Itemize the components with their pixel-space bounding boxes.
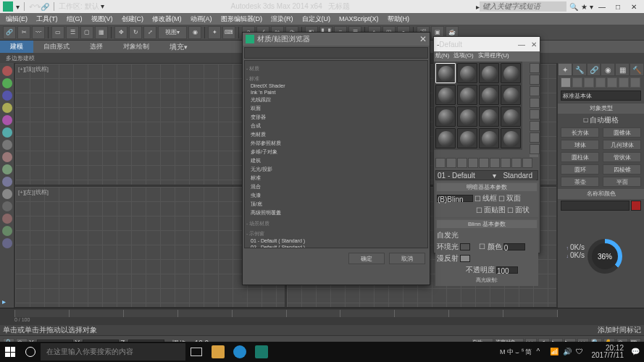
mated-type-button[interactable]: Standard	[499, 171, 536, 180]
mated-blinn-header[interactable]: Blinn 基本参数	[437, 220, 537, 228]
left-tool-12[interactable]	[2, 201, 12, 211]
left-tool-11[interactable]	[2, 189, 12, 199]
left-tool-9[interactable]	[2, 164, 12, 174]
matbrowser-cancel-button[interactable]: 取消	[389, 253, 425, 264]
window-close-button[interactable]: ✕	[627, 1, 641, 12]
mated-diffuse-swatch[interactable]	[460, 255, 470, 262]
mated-min-icon[interactable]: —	[518, 41, 525, 49]
qat-link-icon[interactable]: 🔗	[41, 3, 49, 11]
menu-grapheditors[interactable]: 图形编辑器(D)	[221, 14, 263, 24]
rollout-objtype-header[interactable]: 对象类型	[558, 104, 644, 114]
tray-clock[interactable]: 20:122017/7/11	[589, 345, 627, 359]
keymode-icon[interactable]: ⌨	[222, 26, 235, 39]
mated-vidcheck-icon[interactable]	[530, 109, 540, 119]
primitive-plane-button[interactable]: 平面	[603, 177, 641, 187]
material-slot[interactable]	[501, 85, 521, 105]
ribbon-tab-modeling[interactable]: 建模	[0, 41, 33, 53]
mated-copy-icon[interactable]	[479, 158, 489, 168]
ribbon-tab-populate[interactable]: 填充 ▾	[159, 41, 198, 53]
material-slot[interactable]	[457, 63, 477, 83]
primitive-box-button[interactable]: 长方体	[561, 127, 599, 138]
mated-ambient-swatch[interactable]	[460, 243, 470, 251]
primitive-cone-button[interactable]: 圆锥体	[603, 127, 641, 138]
primitive-teapot-button[interactable]: 茶壶	[561, 177, 599, 187]
menu-edit[interactable]: 编辑(E)	[6, 14, 28, 24]
cmdtab-hierarchy-icon[interactable]: 🔗	[587, 63, 601, 76]
left-tool-14[interactable]	[2, 226, 12, 236]
mated-makeuniq-icon[interactable]	[490, 158, 500, 168]
matbrowser-item[interactable]: 顶/底	[246, 200, 426, 209]
cmdtab-display-icon[interactable]: ▦	[615, 63, 630, 76]
left-tool-3[interactable]	[2, 90, 12, 101]
window-max-button[interactable]: □	[611, 1, 625, 12]
matbrowser-item[interactable]: DirectX Shader	[246, 83, 426, 89]
primitive-geosphere-button[interactable]: 几何球体	[603, 140, 641, 150]
ribbon-tab-objectpaint[interactable]: 对象绘制	[113, 41, 159, 53]
menu-customize[interactable]: 自定义(U)	[302, 14, 331, 24]
matbrowser-group[interactable]: - 场景材质	[246, 220, 426, 227]
mated-opacity-spinner[interactable]: 100	[496, 266, 518, 274]
left-tool-8[interactable]	[2, 152, 12, 162]
rollout-namecolor-header[interactable]: 名称和颜色	[558, 189, 644, 199]
matbrowser-item[interactable]: 建筑	[246, 156, 426, 165]
menu-group[interactable]: 组(G)	[67, 14, 83, 24]
primitive-tube-button[interactable]: 管状体	[603, 152, 641, 162]
ribbon-tab-freeform[interactable]: 自由形式	[33, 41, 80, 53]
material-slot[interactable]	[457, 128, 477, 148]
matbrowser-item[interactable]: 壳材质	[246, 130, 426, 139]
menu-dropdown-icon[interactable]: ▾	[16, 3, 20, 11]
select-scale-icon[interactable]: ⤢	[143, 26, 156, 39]
signin-icon[interactable]: ★ ▾	[581, 3, 593, 11]
mated-facemap-check[interactable]: 面贴图	[484, 205, 506, 215]
left-tool-5[interactable]	[2, 115, 12, 125]
matbrowser-item[interactable]: 变形器	[246, 113, 426, 122]
select-object-icon[interactable]: ▭	[51, 26, 64, 39]
mated-puttolibname-icon[interactable]	[501, 158, 511, 168]
mated-backlight-icon[interactable]	[530, 75, 540, 85]
cmdtab-utilities-icon[interactable]: 🔨	[630, 63, 644, 76]
taskbar-search-input[interactable]: 在这里输入你要搜索的内容	[41, 343, 185, 361]
mated-menu-util[interactable]: 实用程序(U)	[478, 51, 509, 62]
primitive-cylinder-button[interactable]: 圆柱体	[561, 152, 599, 162]
tray-network-icon[interactable]: 📶	[550, 348, 559, 356]
matbrowser-item[interactable]: 混合	[246, 182, 426, 191]
primitive-pyramid-button[interactable]: 四棱锥	[603, 164, 641, 174]
material-slot[interactable]	[479, 85, 499, 105]
object-color-swatch[interactable]	[631, 201, 641, 211]
left-tool-7[interactable]	[2, 140, 12, 150]
cortana-icon[interactable]	[20, 342, 41, 362]
menu-tools[interactable]: 工具(T)	[36, 14, 58, 24]
select-link-icon[interactable]: 🔗	[3, 26, 16, 39]
mated-preview-icon[interactable]	[530, 121, 540, 131]
tray-ime[interactable]: M 中 ⌣ ⁵ 简	[500, 348, 532, 356]
matbrowser-list[interactable]: - 材质 - 标准 DirectX Shader Ink 'n Paint 光线…	[244, 60, 428, 248]
bind-spacewarp-icon[interactable]: 〰	[32, 26, 45, 39]
matbrowser-item[interactable]: 外部参照材质	[246, 139, 426, 148]
left-tool-2[interactable]	[2, 78, 12, 88]
material-slot[interactable]	[479, 63, 499, 83]
menu-help[interactable]: 帮助(H)	[388, 14, 410, 24]
search-input[interactable]: 键入关键字或短语	[480, 1, 566, 12]
matbrowser-search-input[interactable]	[244, 47, 428, 59]
select-name-icon[interactable]: ☰	[66, 26, 79, 39]
left-tool-15[interactable]	[2, 238, 12, 248]
mated-selfillum-spinner[interactable]: 0	[503, 243, 525, 251]
material-slot[interactable]	[435, 128, 456, 148]
autogrid-checkbox[interactable]: ☐ 自动栅格	[558, 114, 644, 127]
left-expand-icon[interactable]: ▸	[2, 298, 12, 308]
start-button[interactable]	[0, 342, 20, 362]
matbrowser-group[interactable]: - 示例窗	[246, 230, 426, 237]
object-name-input[interactable]	[561, 201, 630, 211]
create-geometry-icon[interactable]	[561, 77, 571, 88]
mated-shader-dropdown[interactable]: (B)Blinn	[437, 195, 473, 202]
menu-maxscript[interactable]: MAXScript(X)	[339, 15, 379, 22]
mated-shader-header[interactable]: 明暗器基本参数	[437, 183, 537, 191]
search-icon[interactable]: 🔍	[569, 3, 578, 11]
mated-selectbyMat-icon[interactable]	[530, 144, 540, 154]
create-cameras-icon[interactable]	[595, 77, 606, 88]
create-helpers-icon[interactable]	[607, 77, 617, 88]
taskbar-app-explorer[interactable]	[207, 342, 229, 362]
create-shapes-icon[interactable]	[572, 77, 582, 88]
taskbar-app-browser[interactable]	[229, 342, 251, 362]
mated-close-icon[interactable]: ✕	[531, 41, 537, 49]
